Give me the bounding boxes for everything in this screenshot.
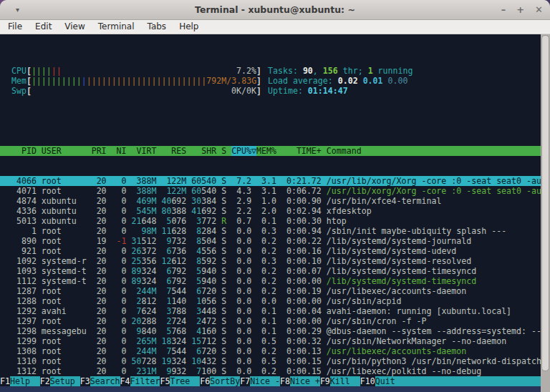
menu-item-file[interactable]: File xyxy=(1,20,29,34)
cell-part: 556 xyxy=(201,246,216,256)
cell-pid: 1288 xyxy=(1,296,42,306)
process-row[interactable]: 921 root 20 0 26372 6736 4556 S 0.0 0.2 … xyxy=(0,246,541,256)
cpu-bar-red: | xyxy=(57,66,62,76)
process-row[interactable]: 1312 root 20 0 231M 9932 7100 S 0.0 0.2 … xyxy=(0,366,541,376)
gap xyxy=(127,346,132,356)
close-button[interactable]: ✕ xyxy=(535,0,543,19)
column-header-command[interactable]: Command xyxy=(327,146,362,156)
menu-item-terminal[interactable]: Terminal xyxy=(92,20,141,34)
gap xyxy=(226,306,231,316)
info-segment: running xyxy=(373,66,413,76)
cell-ni: 0 xyxy=(112,226,127,236)
cell-cpu: 0.0 xyxy=(231,246,256,256)
cell-part: 8 xyxy=(196,256,201,266)
bracket: ] xyxy=(256,66,261,76)
fnkey-f8[interactable]: F8Nice + xyxy=(280,376,320,386)
column-header-shr[interactable]: SHR xyxy=(191,146,221,156)
cell-part: 772 xyxy=(201,216,216,226)
scrollbar[interactable] xyxy=(541,34,550,392)
menu-item-view[interactable]: View xyxy=(58,20,91,34)
cell-user: root xyxy=(42,346,92,356)
column-header-res[interactable]: RES xyxy=(161,146,191,156)
menu-item-tabs[interactable]: Tabs xyxy=(141,20,173,34)
column-header-pid[interactable]: PID xyxy=(1,146,42,156)
cell-pri: 20 xyxy=(92,356,112,366)
gap xyxy=(216,316,221,326)
process-row[interactable]: 1308 root 20 0 244M 7544 6720 S 0.0 0.2 … xyxy=(0,346,541,356)
process-row[interactable]: 1292 avahi 20 0 7624 3788 3448 S 0.0 0.1… xyxy=(0,306,541,316)
pad xyxy=(132,186,137,196)
fnbar-fill xyxy=(405,376,541,386)
cell-ni: 0 xyxy=(112,356,127,366)
column-header-virt[interactable]: VIRT xyxy=(132,146,162,156)
fnkey-f9[interactable]: F9Kill xyxy=(320,376,360,386)
fnkey-f3[interactable]: F3Search xyxy=(80,376,120,386)
mem-bar-orange: | xyxy=(112,76,117,86)
fnkey-f6[interactable]: F6SortBy xyxy=(200,376,240,386)
column-header-cpu-sorted[interactable]: CPU%▽ xyxy=(231,146,256,156)
scrollbar-thumb[interactable] xyxy=(541,35,549,371)
cell-part: 6 xyxy=(166,246,171,256)
fnkey-f7[interactable]: F7Nice - xyxy=(240,376,280,386)
process-row[interactable]: 1288 root 20 0 2812 1140 1056 S 0.0 0.0 … xyxy=(0,296,541,306)
fnkey-f5[interactable]: F5Tree xyxy=(160,376,200,386)
mem-bar-green: | xyxy=(37,76,42,86)
gap xyxy=(127,306,132,316)
title-bar[interactable]: ▾ Terminal - xubuntu@xubuntu: ~ –+✕ xyxy=(0,0,550,20)
cell-part: 324 xyxy=(171,356,186,366)
gap xyxy=(156,216,161,226)
minimize-button[interactable]: – xyxy=(501,0,506,19)
cell-part: 076 xyxy=(171,216,186,226)
cell-time: 0:00.13 xyxy=(281,346,327,356)
gap xyxy=(186,336,191,346)
column-header-ni[interactable]: NI xyxy=(112,146,132,156)
column-header-user[interactable]: USER xyxy=(42,146,92,156)
cell-part: 9 xyxy=(166,366,171,376)
cell-user: root xyxy=(42,236,92,246)
cell-mem: 0.1 xyxy=(256,316,281,326)
cell-part: 122M xyxy=(166,176,186,186)
fnkey-f2[interactable]: F2Setup xyxy=(40,376,80,386)
gap xyxy=(186,276,191,286)
process-row[interactable]: 4071 root 20 0 388M 122M 60540 S 4.3 3.1… xyxy=(0,186,541,196)
menu-item-help[interactable]: Help xyxy=(173,20,205,34)
process-row[interactable]: 1299 root 20 0 265M 18324 15712 S 0.0 0.… xyxy=(0,336,541,346)
indent xyxy=(1,86,11,96)
column-header-time[interactable]: TIME+ xyxy=(281,146,327,156)
window-menu-arrow-icon[interactable]: ▾ xyxy=(16,0,19,19)
fnkey-action: Setup xyxy=(50,376,80,386)
fnkey-f4[interactable]: F4Filter xyxy=(120,376,160,386)
process-row[interactable]: 1297 root 20 0 20288 2724 2472 S 0.0 0.1… xyxy=(0,316,541,326)
info-segment: 90 xyxy=(303,66,313,76)
process-row[interactable]: 4336 xubuntu 20 0 545M 80388 41692 S 2.2… xyxy=(0,206,541,216)
process-row[interactable]: 5013 xubuntu 20 0 21648 5076 3772 R 0.7 … xyxy=(0,216,541,226)
process-row[interactable]: 4066 root 20 0 388M 122M 60540 S 7.2 3.1… xyxy=(0,176,541,186)
menu-item-edit[interactable]: Edit xyxy=(29,20,58,34)
gap xyxy=(186,216,191,226)
cell-part: 2 xyxy=(166,316,171,326)
process-row[interactable]: 1093 systemd-t 20 0 89324 6792 5940 S 0.… xyxy=(0,266,541,276)
column-header-state[interactable]: S xyxy=(221,146,231,156)
gap xyxy=(226,286,231,296)
process-row[interactable]: 1298 messagebu 20 0 9840 5768 4160 S 0.0… xyxy=(0,326,541,336)
process-row[interactable]: 1112 systemd-t 20 0 89324 6792 5940 S 0.… xyxy=(0,276,541,286)
maximize-button[interactable]: + xyxy=(516,0,524,19)
process-row[interactable]: 1310 root 20 0 50728 19324 10432 S 0.0 0… xyxy=(0,356,541,366)
fnkey-f1[interactable]: F1Help xyxy=(0,376,40,386)
cell-part: 940 xyxy=(201,266,216,276)
cell-time: 0:06.72 xyxy=(281,186,327,196)
process-row[interactable]: 1092 systemd-r 20 0 25356 12612 8592 S 0… xyxy=(0,256,541,266)
fnkey-f10[interactable]: F10Quit xyxy=(360,376,405,386)
column-header-mem[interactable]: MEM% xyxy=(256,146,281,156)
gap xyxy=(156,196,161,206)
process-row[interactable]: 1 root 20 0 98M 11628 8284 S 0.0 0.3 0:0… xyxy=(0,226,541,236)
cell-command: /usr/libexec/accounts-daemon xyxy=(327,346,466,356)
cell-part: 89 xyxy=(132,276,142,286)
process-row[interactable]: 1287 root 20 0 244M 7544 6720 S 0.0 0.2 … xyxy=(0,286,541,296)
info-segment: 01:14:47 xyxy=(308,86,348,96)
mem-bar-orange: | xyxy=(127,76,132,86)
column-header-pri[interactable]: PRI xyxy=(92,146,112,156)
process-row[interactable]: 4874 xubuntu 20 0 469M 40692 30384 S 2.9… xyxy=(0,196,541,206)
gap xyxy=(226,196,231,206)
process-row[interactable]: 890 root 19 -1 31512 9732 8504 S 0.0 0.2… xyxy=(0,236,541,246)
